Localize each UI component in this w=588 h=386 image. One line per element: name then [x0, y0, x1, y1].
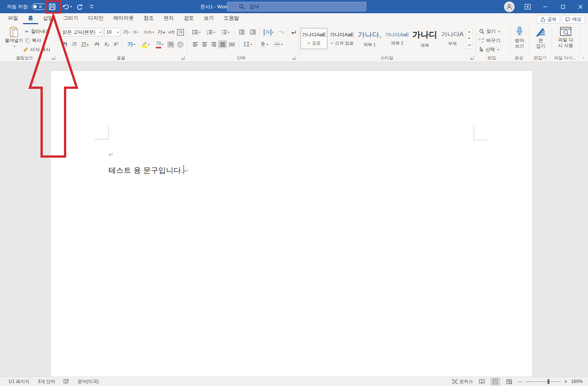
share-button[interactable]: 공유 — [537, 15, 560, 23]
multilevel-list-button[interactable]: 1ai ▾ — [219, 28, 232, 36]
character-shading-button[interactable]: 가 — [166, 40, 175, 48]
close-button[interactable] — [573, 0, 588, 13]
document-page[interactable]: ↵ 테스트 용 문구입니다.↵ — [51, 71, 532, 377]
tab-file[interactable]: 파일 — [3, 13, 23, 24]
undo-dropdown-icon[interactable]: ▾ — [70, 5, 72, 8]
style-heading1[interactable]: 가나다, 제목 1 — [356, 28, 383, 49]
memo-button[interactable]: 메모 — [562, 15, 585, 23]
customize-qat-button[interactable] — [86, 2, 97, 12]
character-border-button[interactable]: 가 — [176, 28, 185, 36]
subscript-button[interactable]: X₂ — [102, 40, 111, 48]
find-button[interactable]: 찾기▾ — [479, 27, 500, 36]
document-canvas[interactable]: ↵ 테스트 용 문구입니다.↵ — [0, 62, 588, 377]
sort-button[interactable]: ㄱ↓ — [276, 28, 287, 36]
editor-button[interactable]: 편 집기 — [532, 26, 549, 49]
align-center-button[interactable] — [200, 40, 209, 48]
avatar[interactable] — [504, 2, 515, 12]
styles-dialog-launcher[interactable] — [470, 56, 474, 60]
zoom-in-button[interactable]: + — [564, 378, 567, 384]
collapse-ribbon-button[interactable]: ⌃ — [580, 54, 586, 63]
style-subtitle[interactable]: 가나다A 부제 — [439, 28, 466, 49]
zoom-slider-thumb[interactable] — [548, 379, 549, 384]
tab-draw[interactable]: 그리기 — [58, 13, 84, 24]
redo-button[interactable] — [74, 2, 85, 12]
decrease-indent-button[interactable] — [236, 28, 247, 36]
align-left-button[interactable] — [191, 40, 200, 48]
autosave-toggle[interactable]: 끔 — [32, 3, 46, 10]
search-box[interactable] — [227, 2, 366, 11]
style-heading2[interactable]: 가나다AaE 제목 2 — [384, 28, 411, 49]
justify-button[interactable] — [218, 40, 227, 48]
tab-mailings[interactable]: 편지 — [159, 13, 179, 24]
bullets-button[interactable]: ▾ — [190, 28, 203, 36]
dictate-button[interactable]: 받아 쓰기 — [512, 26, 527, 49]
font-dialog-launcher[interactable] — [181, 56, 185, 60]
ribbon-display-options-button[interactable] — [520, 0, 535, 13]
style-no-spacing[interactable]: 가나다AaE ↵ 간격 없음 — [328, 28, 355, 49]
bold-button[interactable]: 가 — [61, 40, 69, 48]
asian-layout-button[interactable]: 가▾ — [262, 28, 275, 36]
tab-help[interactable]: 도움말 — [219, 13, 244, 24]
tab-insert[interactable]: 삽입 — [38, 13, 58, 24]
proofing-icon[interactable] — [64, 379, 69, 384]
tab-design[interactable]: 디자인 — [83, 13, 109, 24]
underline-button[interactable]: 간▾ — [79, 40, 91, 48]
paragraph-dialog-launcher[interactable] — [292, 56, 296, 60]
tab-home[interactable]: 홈 — [23, 13, 38, 24]
paste-dropdown-icon[interactable]: ▾ — [14, 43, 15, 49]
replace-button[interactable]: 가나 바꾸기 — [478, 36, 501, 45]
tab-review[interactable]: 검토 — [179, 13, 199, 24]
style-title[interactable]: 가나디 제목 — [411, 28, 438, 49]
styles-scroll-down-icon[interactable]: ▼ — [466, 35, 472, 42]
enclose-characters-button[interactable]: 인 — [176, 40, 185, 48]
superscript-button[interactable]: X² — [111, 40, 120, 48]
distribute-button[interactable] — [227, 40, 237, 48]
shrink-font-button[interactable]: 가˅ — [131, 28, 140, 36]
strikethrough-button[interactable]: 가 — [92, 40, 101, 48]
word-count[interactable]: 3개 단어 — [38, 378, 55, 385]
style-normal[interactable]: 가나다AaE ↵ 표준 — [300, 28, 327, 49]
copy-button[interactable]: 복사 — [25, 36, 41, 45]
maximize-button[interactable] — [555, 0, 571, 13]
zoom-level[interactable]: 160% — [571, 379, 583, 384]
show-marks-button[interactable] — [288, 28, 298, 36]
save-button[interactable] — [47, 2, 58, 12]
font-family-select[interactable]: 맑은 고딕(본문)▾ — [61, 28, 103, 36]
minimize-button[interactable] — [538, 0, 553, 13]
language-indicator[interactable]: 영어(미국) — [78, 378, 99, 385]
page-indicator[interactable]: 1/1 페이지 — [8, 378, 30, 385]
tab-layout[interactable]: 레이아웃 — [109, 13, 139, 24]
focus-mode-button[interactable]: 포커스 — [452, 378, 473, 385]
styles-scroll-up-icon[interactable]: ▲ — [466, 28, 472, 35]
phonetic-guide-button[interactable]: 내천 — [166, 28, 176, 36]
read-mode-button[interactable] — [477, 378, 487, 386]
change-case-button[interactable]: 가가▾ — [142, 28, 155, 36]
increase-indent-button[interactable] — [247, 28, 258, 36]
paste-button[interactable]: 붙여넣기 ▾ — [5, 26, 23, 49]
styles-gallery-more-icon[interactable]: ≡▾ — [466, 42, 472, 49]
clear-formatting-button[interactable]: 가 — [157, 28, 166, 36]
highlight-button[interactable]: ▾ — [139, 40, 152, 48]
zoom-slider[interactable] — [526, 381, 560, 382]
borders-button[interactable]: ▾ — [272, 40, 285, 48]
line-spacing-button[interactable]: ▾ — [241, 40, 254, 48]
font-color-button[interactable]: 가▾ — [154, 40, 166, 48]
text-effects-button[interactable]: 가▾ — [125, 40, 138, 48]
search-input[interactable] — [249, 3, 343, 10]
web-layout-button[interactable] — [504, 378, 514, 386]
select-button[interactable]: 선택▾ — [479, 45, 499, 54]
numbering-button[interactable]: 123 ▾ — [204, 28, 217, 36]
font-size-select[interactable]: 10▾ — [104, 28, 120, 36]
grow-font-button[interactable]: 가˄ — [122, 28, 131, 36]
undo-button[interactable]: ▾ — [61, 2, 73, 12]
shading-button[interactable]: ▾ — [257, 40, 271, 48]
styles-gallery-scroll[interactable]: ▲ ▼ ≡▾ — [466, 28, 473, 49]
zoom-out-button[interactable]: — — [518, 379, 522, 384]
reuse-files-button[interactable]: 파일 다 시 사용 — [554, 26, 577, 48]
document-text-line[interactable]: 테스트 용 문구입니다.↵ — [109, 165, 189, 175]
cut-button[interactable]: ✂ 잘라내기 — [25, 27, 50, 36]
format-painter-button[interactable]: 서식 복사 — [23, 45, 50, 54]
clipboard-dialog-launcher[interactable] — [51, 56, 55, 60]
align-right-button[interactable] — [209, 40, 218, 48]
italic-button[interactable]: 가 — [70, 40, 78, 48]
